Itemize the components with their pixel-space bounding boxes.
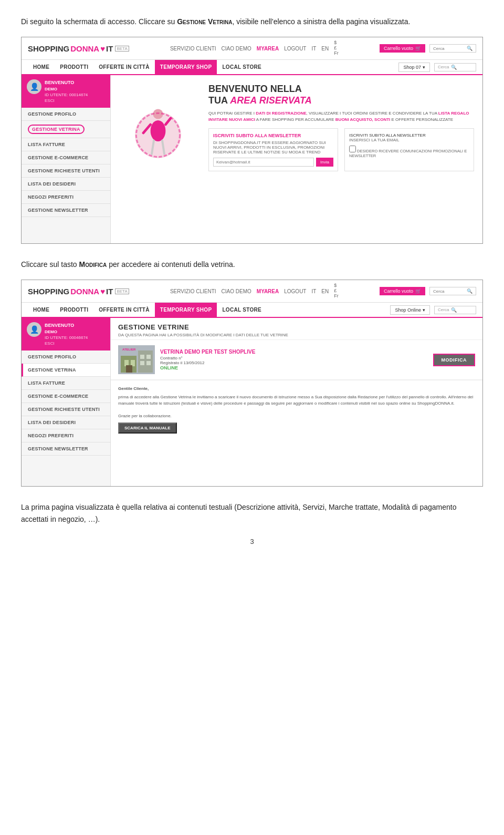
nav2-temporary[interactable]: TEMPORARY SHOP: [155, 303, 217, 317]
search-box-2: 🔍: [429, 287, 476, 295]
logo2-it: IT: [106, 287, 113, 296]
topbar-right-1: Carrello vuoto 🛒 🔍: [380, 44, 476, 53]
lang2-it[interactable]: IT: [311, 288, 316, 294]
nav2-prodotti[interactable]: PRODOTTI: [55, 303, 93, 317]
final-text: La prima pagina visualizzata è quella re…: [21, 503, 457, 523]
cart-button-2[interactable]: Carrello vuoto 🛒: [380, 287, 425, 295]
sidebar2-item-negozi[interactable]: NEGOZI PREFERITI: [22, 429, 110, 442]
nav2-local[interactable]: LOCAL STORE: [217, 303, 267, 317]
exit-link-1[interactable]: ESCI: [45, 98, 88, 104]
nav-prodotti-1[interactable]: PRODOTTI: [55, 60, 93, 74]
gv-title: GESTIONE VETRINE: [118, 323, 475, 331]
gv-subtitle: DA QUESTA PAGINA HAI LA POSSIBILITÀ DI M…: [118, 333, 475, 337]
shop07-label: Shop 07: [403, 65, 421, 70]
sidebar-item-lista-fatture-1[interactable]: LISTA FATTURE: [22, 138, 110, 151]
hero-title: BENVENUTO NELLA TUA AREA RISERVATA: [208, 84, 474, 106]
hero-text: BENVENUTO NELLA TUA AREA RISERVATA QUI P…: [205, 80, 477, 185]
demo-name-2: DEMO: [45, 329, 88, 335]
welcome-label-1: BENVENUTO: [45, 79, 88, 86]
lang2-en[interactable]: EN: [321, 288, 329, 294]
lang-it[interactable]: IT: [311, 46, 316, 51]
sidebar2-item-profilo[interactable]: GESTIONE PROFILO: [22, 351, 110, 364]
user-id-label-2: ID UTENTE: 00046674: [45, 335, 88, 341]
svg-rect-16: [146, 361, 151, 365]
welcome-label-2: BENVENUTO: [45, 322, 88, 329]
nl-invia-btn[interactable]: Invia: [316, 158, 333, 167]
dropdown-icon-2: ▾: [423, 307, 425, 313]
cart-button-1[interactable]: Carrello vuoto 🛒: [380, 44, 425, 53]
nav-local-1[interactable]: LOCAL STORE: [217, 60, 267, 74]
gv-message-title: Gentile Cliente,: [118, 386, 475, 392]
search-input-1[interactable]: [433, 46, 465, 51]
scarica-manuale-btn[interactable]: SCARICA IL MANUALE: [118, 422, 177, 434]
vetrina-info: VETRINA DEMO PER TEST SHOPLIVE Contratto…: [160, 349, 428, 370]
cart-label-1: Carrello vuoto: [384, 46, 413, 51]
nl-checkbox-text: DESIDERO RICEVERE COMUNICAZIONI PROMOZIO…: [349, 146, 469, 158]
sidebar2-item-desideri[interactable]: LISTA DEI DESIDERI: [22, 416, 110, 429]
gv-message: Gentile Cliente, prima di accedere alla …: [111, 380, 482, 439]
intro-text: Di seguito la schermata di accesso. Clic…: [21, 17, 177, 26]
search-icon-2[interactable]: 🔍: [467, 288, 472, 294]
nav-offerte-1[interactable]: OFFERTE IN CITTÀ: [93, 60, 154, 74]
search-input-2[interactable]: [433, 289, 465, 294]
logout-link[interactable]: LOGOUT: [284, 46, 306, 51]
logo-2: SHOPPINGDONNA ♥ IT BETA: [28, 287, 129, 296]
sidebar2-item-fatture[interactable]: LISTA FATTURE: [22, 377, 110, 390]
topbar-nav-1: SERVIZIO CLIENTI CIAO DEMO MYAREA LOGOUT…: [170, 40, 339, 56]
avatar-1: 👤: [27, 79, 41, 94]
vetrina-name: VETRINA DEMO PER TEST SHOPLIVE: [160, 349, 428, 355]
topbar-nav-2: SERVIZIO CLIENTI CIAO DEMO MYAREA LOGOUT…: [170, 283, 339, 299]
sidebar-item-gestione-profilo-1[interactable]: GESTIONE PROFILO: [22, 108, 110, 121]
ciao-demo-label: CIAO DEMO: [222, 46, 251, 51]
vetrina-date: Registrato il 13/05/2012: [160, 360, 428, 365]
nav-temporary-1[interactable]: TEMPORARY SHOP: [155, 60, 217, 74]
sidebar-item-negozi-1[interactable]: NEGOZI PREFERITI: [22, 191, 110, 204]
nav2-home[interactable]: HOME: [28, 303, 55, 317]
intro-paragraph: Di seguito la schermata di accesso. Clic…: [21, 16, 483, 27]
sidebar2-item-richieste[interactable]: GESTIONE RICHIESTE UTENTI: [22, 403, 110, 416]
sidebar2-item-newsletter[interactable]: GESTIONE NEWSLETTER: [22, 442, 110, 456]
nav-search-icon-2[interactable]: 🔍: [451, 307, 457, 313]
sidebar-item-gestione-vetrina-1[interactable]: GESTIONE VETRINA: [22, 121, 110, 138]
nav-search-icon-1[interactable]: 🔍: [451, 65, 457, 70]
shop-online-btn-1[interactable]: Shop 07 ▾: [398, 63, 430, 72]
sidebar-item-gestione-ecommerce-1[interactable]: GESTIONE E-COMMERCE: [22, 151, 110, 164]
shop-online-btn-2[interactable]: Shop Online ▾: [390, 305, 430, 315]
nl-left-desc: DI SHOPPINGDONNA.IT PER ESSERE AGGIORNAT…: [213, 140, 333, 154]
topbar-1: SHOPPINGDONNA ♥ IT BETA SERVIZIO CLIENTI…: [22, 37, 482, 60]
mainnav-2: HOME PRODOTTI OFFERTE IN CITTÀ TEMPORARY…: [22, 303, 482, 318]
sidebar-item-richieste-1[interactable]: GESTIONE RICHIESTE UTENTI: [22, 164, 110, 178]
click-text: Cliccare sul tasto: [21, 260, 79, 269]
currency2-symbols: $£Fr: [334, 283, 339, 299]
nl-input-row: Invia: [213, 158, 333, 167]
myarea2-link[interactable]: MYAREA: [257, 288, 279, 294]
search-icon-1[interactable]: 🔍: [467, 46, 472, 51]
modifica-button[interactable]: MODIFICA: [433, 354, 476, 366]
nav-search-1: Cerca 🔍: [434, 63, 476, 71]
hero-area-1: BENVENUTO NELLA TUA AREA RISERVATA QUI P…: [111, 75, 482, 191]
nav-search-2: Cerca 🔍: [434, 306, 476, 314]
nl-email-input[interactable]: [213, 158, 314, 167]
logout2-link[interactable]: LOGOUT: [284, 288, 306, 294]
sidebar2-item-vetrina[interactable]: GESTIONE VETRINA: [22, 364, 110, 377]
sidebar2-item-ecommerce[interactable]: GESTIONE E-COMMERCE: [22, 390, 110, 403]
cart-label-2: Carrello vuoto: [384, 288, 413, 294]
hero-title-tua: TUA: [208, 95, 227, 106]
logo2-heart: ♥: [100, 287, 105, 296]
click-rest: per accedere ai contenuti della vetrina.: [107, 260, 235, 269]
exit-link-2[interactable]: ESCI: [45, 341, 88, 346]
myarea-link[interactable]: MYAREA: [257, 46, 279, 51]
lang-en[interactable]: EN: [321, 46, 329, 51]
logo-1: SHOPPINGDONNA ♥ IT BETA: [28, 44, 129, 53]
gestione-vetrina-circled-1: GESTIONE VETRINA: [28, 125, 85, 134]
servizio2-link[interactable]: SERVIZIO CLIENTI: [170, 288, 216, 294]
screenshot-1: SHOPPINGDONNA ♥ IT BETA SERVIZIO CLIENTI…: [21, 37, 483, 244]
user-info-1: BENVENUTO DEMO ID UTENTE: 00014674 ESCI: [45, 79, 88, 104]
sidebar-item-newsletter-1[interactable]: GESTIONE NEWSLETTER: [22, 204, 110, 217]
nav-home-1[interactable]: HOME: [28, 60, 55, 74]
nl-checkbox-input[interactable]: [349, 146, 356, 152]
sidebar-1: 👤 BENVENUTO DEMO ID UTENTE: 00014674 ESC…: [22, 75, 111, 243]
sidebar-item-desideri-1[interactable]: LISTA DEI DESIDERI: [22, 178, 110, 191]
nav2-offerte[interactable]: OFFERTE IN CITTÀ: [93, 303, 154, 317]
servizio-clienti-link[interactable]: SERVIZIO CLIENTI: [170, 46, 216, 51]
